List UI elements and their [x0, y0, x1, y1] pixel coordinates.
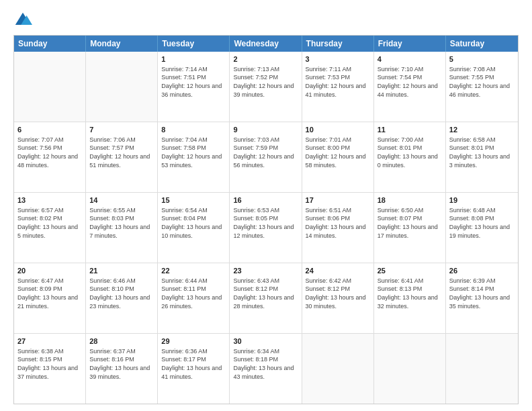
calendar-cell: 11Sunrise: 7:00 AM Sunset: 8:01 PM Dayli…: [374, 122, 446, 192]
calendar-cell: [446, 334, 518, 404]
cell-info: Sunrise: 6:47 AM Sunset: 8:09 PM Dayligh…: [17, 277, 82, 310]
day-number: 15: [161, 195, 226, 205]
day-number: 30: [233, 336, 298, 347]
day-number: 25: [378, 266, 442, 276]
calendar-header-row: SundayMondayTuesdayWednesdayThursdayFrid…: [14, 36, 518, 52]
cell-info: Sunrise: 6:43 AM Sunset: 8:12 PM Dayligh…: [233, 277, 298, 310]
calendar-row-4: 27Sunrise: 6:38 AM Sunset: 8:15 PM Dayli…: [14, 334, 518, 404]
page: SundayMondayTuesdayWednesdayThursdayFrid…: [0, 0, 532, 411]
day-number: 13: [17, 195, 82, 205]
cell-info: Sunrise: 6:36 AM Sunset: 8:17 PM Dayligh…: [161, 347, 226, 381]
day-number: 24: [306, 266, 370, 276]
calendar-cell: 17Sunrise: 6:51 AM Sunset: 8:06 PM Dayli…: [302, 193, 374, 263]
cell-info: Sunrise: 7:07 AM Sunset: 7:56 PM Dayligh…: [17, 136, 82, 169]
cell-info: Sunrise: 6:50 AM Sunset: 8:07 PM Dayligh…: [378, 206, 442, 240]
day-number: 16: [233, 195, 298, 205]
calendar-cell: 26Sunrise: 6:39 AM Sunset: 8:14 PM Dayli…: [446, 263, 518, 333]
cell-info: Sunrise: 7:11 AM Sunset: 7:53 PM Dayligh…: [306, 65, 370, 99]
calendar-cell: 10Sunrise: 7:01 AM Sunset: 8:00 PM Dayli…: [302, 122, 374, 192]
cell-info: Sunrise: 6:51 AM Sunset: 8:06 PM Dayligh…: [306, 206, 370, 240]
calendar-header-saturday: Saturday: [446, 36, 518, 52]
cell-info: Sunrise: 6:53 AM Sunset: 8:05 PM Dayligh…: [233, 206, 298, 240]
calendar-cell: 6Sunrise: 7:07 AM Sunset: 7:56 PM Daylig…: [14, 122, 86, 192]
calendar-cell: 28Sunrise: 6:37 AM Sunset: 8:16 PM Dayli…: [86, 334, 158, 404]
cell-info: Sunrise: 6:54 AM Sunset: 8:04 PM Dayligh…: [161, 206, 226, 240]
calendar-header-tuesday: Tuesday: [158, 36, 230, 52]
cell-info: Sunrise: 7:08 AM Sunset: 7:55 PM Dayligh…: [449, 65, 515, 99]
cell-info: Sunrise: 7:10 AM Sunset: 7:54 PM Dayligh…: [378, 65, 442, 99]
calendar-cell: 19Sunrise: 6:48 AM Sunset: 8:08 PM Dayli…: [446, 193, 518, 263]
day-number: 6: [17, 125, 82, 135]
calendar-cell: 18Sunrise: 6:50 AM Sunset: 8:07 PM Dayli…: [374, 193, 446, 263]
calendar-row-1: 6Sunrise: 7:07 AM Sunset: 7:56 PM Daylig…: [14, 122, 518, 193]
day-number: 18: [378, 195, 442, 205]
day-number: 1: [161, 54, 226, 64]
day-number: 7: [89, 125, 154, 135]
cell-info: Sunrise: 6:38 AM Sunset: 8:15 PM Dayligh…: [17, 347, 82, 381]
cell-info: Sunrise: 6:57 AM Sunset: 8:02 PM Dayligh…: [17, 206, 82, 240]
cell-info: Sunrise: 7:03 AM Sunset: 7:59 PM Dayligh…: [233, 136, 298, 169]
calendar-cell: 25Sunrise: 6:41 AM Sunset: 8:13 PM Dayli…: [374, 263, 446, 333]
logo: [13, 11, 35, 30]
cell-info: Sunrise: 6:39 AM Sunset: 8:14 PM Dayligh…: [449, 277, 515, 310]
cell-info: Sunrise: 6:58 AM Sunset: 8:01 PM Dayligh…: [449, 136, 515, 169]
day-number: 19: [449, 195, 515, 205]
calendar-cell: 2Sunrise: 7:13 AM Sunset: 7:52 PM Daylig…: [230, 52, 302, 122]
day-number: 5: [449, 54, 515, 64]
calendar: SundayMondayTuesdayWednesdayThursdayFrid…: [13, 35, 519, 404]
calendar-cell: 3Sunrise: 7:11 AM Sunset: 7:53 PM Daylig…: [302, 52, 374, 122]
cell-info: Sunrise: 6:46 AM Sunset: 8:10 PM Dayligh…: [89, 277, 154, 310]
cell-info: Sunrise: 6:44 AM Sunset: 8:11 PM Dayligh…: [161, 277, 226, 310]
calendar-cell: [374, 334, 446, 404]
cell-info: Sunrise: 6:37 AM Sunset: 8:16 PM Dayligh…: [89, 347, 154, 381]
calendar-cell: 14Sunrise: 6:55 AM Sunset: 8:03 PM Dayli…: [86, 193, 158, 263]
calendar-cell: 7Sunrise: 7:06 AM Sunset: 7:57 PM Daylig…: [86, 122, 158, 192]
calendar-cell: 12Sunrise: 6:58 AM Sunset: 8:01 PM Dayli…: [446, 122, 518, 192]
calendar-cell: 4Sunrise: 7:10 AM Sunset: 7:54 PM Daylig…: [374, 52, 446, 122]
cell-info: Sunrise: 7:00 AM Sunset: 8:01 PM Dayligh…: [378, 136, 442, 169]
calendar-cell: 22Sunrise: 6:44 AM Sunset: 8:11 PM Dayli…: [158, 263, 230, 333]
day-number: 10: [306, 125, 370, 135]
calendar-cell: 27Sunrise: 6:38 AM Sunset: 8:15 PM Dayli…: [14, 334, 86, 404]
cell-info: Sunrise: 6:34 AM Sunset: 8:18 PM Dayligh…: [233, 347, 298, 381]
day-number: 22: [161, 266, 226, 276]
header: [13, 11, 519, 30]
day-number: 27: [17, 336, 82, 347]
calendar-header-friday: Friday: [374, 36, 446, 52]
calendar-header-wednesday: Wednesday: [230, 36, 302, 52]
calendar-cell: [86, 52, 158, 122]
calendar-cell: [302, 334, 374, 404]
cell-info: Sunrise: 7:14 AM Sunset: 7:51 PM Dayligh…: [161, 65, 226, 99]
calendar-cell: [14, 52, 86, 122]
cell-info: Sunrise: 6:42 AM Sunset: 8:12 PM Dayligh…: [306, 277, 370, 310]
calendar-row-3: 20Sunrise: 6:47 AM Sunset: 8:09 PM Dayli…: [14, 263, 518, 334]
day-number: 21: [89, 266, 154, 276]
calendar-cell: 29Sunrise: 6:36 AM Sunset: 8:17 PM Dayli…: [158, 334, 230, 404]
calendar-row-0: 1Sunrise: 7:14 AM Sunset: 7:51 PM Daylig…: [14, 52, 518, 122]
calendar-header-thursday: Thursday: [302, 36, 374, 52]
day-number: 2: [233, 54, 298, 64]
day-number: 3: [306, 54, 370, 64]
logo-icon: [13, 11, 32, 30]
cell-info: Sunrise: 6:41 AM Sunset: 8:13 PM Dayligh…: [378, 277, 442, 310]
calendar-cell: 23Sunrise: 6:43 AM Sunset: 8:12 PM Dayli…: [230, 263, 302, 333]
day-number: 4: [378, 54, 442, 64]
calendar-row-2: 13Sunrise: 6:57 AM Sunset: 8:02 PM Dayli…: [14, 193, 518, 263]
calendar-cell: 15Sunrise: 6:54 AM Sunset: 8:04 PM Dayli…: [158, 193, 230, 263]
cell-info: Sunrise: 6:48 AM Sunset: 8:08 PM Dayligh…: [449, 206, 515, 240]
day-number: 20: [17, 266, 82, 276]
calendar-cell: 24Sunrise: 6:42 AM Sunset: 8:12 PM Dayli…: [302, 263, 374, 333]
cell-info: Sunrise: 7:06 AM Sunset: 7:57 PM Dayligh…: [89, 136, 154, 169]
calendar-cell: 8Sunrise: 7:04 AM Sunset: 7:58 PM Daylig…: [158, 122, 230, 192]
calendar-cell: 30Sunrise: 6:34 AM Sunset: 8:18 PM Dayli…: [230, 334, 302, 404]
day-number: 28: [89, 336, 154, 347]
cell-info: Sunrise: 6:55 AM Sunset: 8:03 PM Dayligh…: [89, 206, 154, 240]
day-number: 29: [161, 336, 226, 347]
cell-info: Sunrise: 7:01 AM Sunset: 8:00 PM Dayligh…: [306, 136, 370, 169]
day-number: 17: [306, 195, 370, 205]
calendar-body: 1Sunrise: 7:14 AM Sunset: 7:51 PM Daylig…: [14, 52, 518, 404]
calendar-cell: 5Sunrise: 7:08 AM Sunset: 7:55 PM Daylig…: [446, 52, 518, 122]
calendar-header-sunday: Sunday: [14, 36, 86, 52]
day-number: 14: [89, 195, 154, 205]
day-number: 8: [161, 125, 226, 135]
